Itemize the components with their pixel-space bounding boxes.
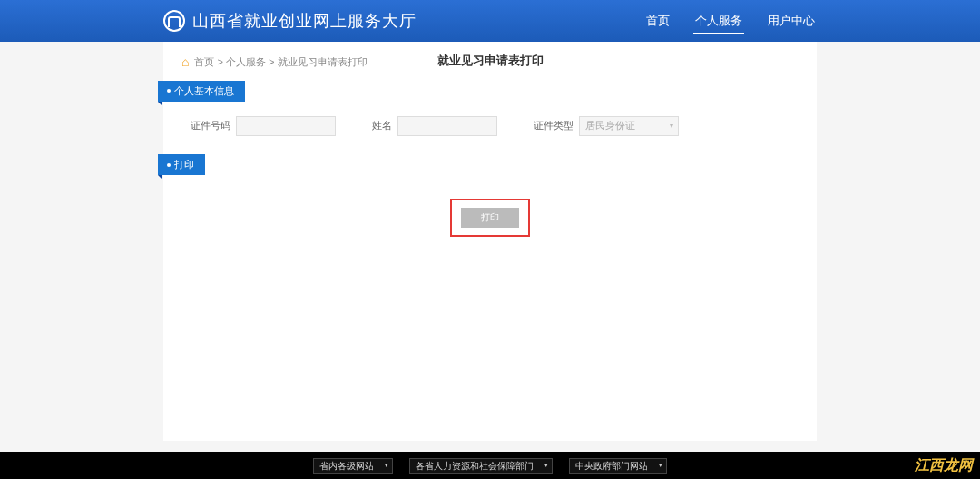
nav-home[interactable]: 首页 <box>644 2 671 40</box>
home-icon: ⌂ <box>181 54 189 69</box>
bullet-icon <box>167 89 171 93</box>
section-tag-print: 打印 <box>158 154 205 175</box>
basic-info-section: 个人基本信息 证件号码 姓名 证件类型 ▾ <box>163 80 817 136</box>
field-name: 姓名 <box>372 116 497 136</box>
input-id-number[interactable] <box>236 116 336 136</box>
logo-area: 山西省就业创业网上服务大厅 <box>163 10 416 32</box>
content-panel: ⌂ 首页 > 个人服务 > 就业见习申请表打印 就业见习申请表打印 个人基本信息… <box>163 42 817 441</box>
breadcrumb-row: ⌂ 首页 > 个人服务 > 就业见习申请表打印 就业见习申请表打印 <box>163 54 817 80</box>
print-section: 打印 打印 <box>163 154 817 238</box>
nav-user-center[interactable]: 用户中心 <box>766 2 817 40</box>
section-title-print: 打印 <box>174 158 194 171</box>
breadcrumb: 首页 > 个人服务 > 就业见习申请表打印 <box>194 55 367 69</box>
footer-select-provincial[interactable]: 省内各级网站 <box>313 458 393 474</box>
nav-personal-service[interactable]: 个人服务 <box>693 2 744 40</box>
form-row: 证件号码 姓名 证件类型 ▾ <box>163 116 817 136</box>
field-id-type: 证件类型 ▾ <box>534 116 679 136</box>
footer-select-central-gov[interactable]: 中央政府部门网站 <box>569 458 667 474</box>
section-tag-basic-info: 个人基本信息 <box>158 81 245 102</box>
section-title-basic: 个人基本信息 <box>174 84 234 98</box>
logo-icon <box>163 10 185 32</box>
input-name[interactable] <box>397 116 497 136</box>
print-button[interactable]: 打印 <box>461 208 519 228</box>
field-id-number: 证件号码 <box>191 116 336 136</box>
bullet-icon <box>167 163 171 167</box>
select-id-type[interactable] <box>579 116 679 136</box>
print-button-wrapper: 打印 <box>163 199 817 237</box>
watermark: 江西龙网 <box>915 456 973 475</box>
label-name: 姓名 <box>372 119 392 132</box>
footer-bar: 省内各级网站 ▾ 各省人力资源和社会保障部门 ▾ 中央政府部门网站 ▾ <box>0 452 980 479</box>
page-title: 就业见习申请表打印 <box>437 53 544 69</box>
print-highlight-box: 打印 <box>450 199 530 237</box>
label-id-number: 证件号码 <box>191 119 230 132</box>
main-nav: 首页 个人服务 用户中心 <box>644 2 817 40</box>
site-title: 山西省就业创业网上服务大厅 <box>192 10 416 32</box>
header-bar: 山西省就业创业网上服务大厅 首页 个人服务 用户中心 <box>0 0 980 42</box>
footer-select-hr-depts[interactable]: 各省人力资源和社会保障部门 <box>409 458 553 474</box>
label-id-type: 证件类型 <box>534 119 573 132</box>
